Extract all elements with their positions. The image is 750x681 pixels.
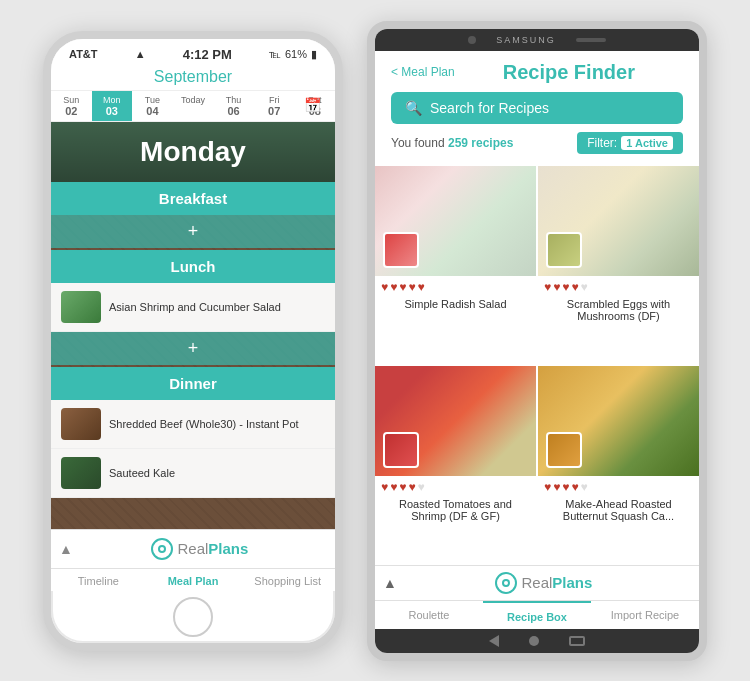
home-nav-icon[interactable] [529,636,539,646]
filter-label: Filter: [587,136,617,150]
lunch-thumb-1 [61,291,101,323]
dinner-header: Dinner [51,367,335,400]
iphone-tab-bar: Timeline Meal Plan Shopping List [51,568,335,591]
lunch-section: Lunch Asian Shrimp and Cucumber Salad + [51,250,335,365]
recipe-img-2 [538,166,699,276]
month-label: September [51,68,335,86]
samsung-device: SAMSUNG < Meal Plan Recipe Finder 🔍 Sear… [367,21,707,661]
iphone-status-bar: AT&T ▲ 4:12 PM ℡ 61% ▮ [51,39,335,66]
heart: ♥ [390,280,397,294]
tab-meal-plan[interactable]: Meal Plan [146,575,241,587]
scene: AT&T ▲ 4:12 PM ℡ 61% ▮ September 📅 Sun02… [23,1,727,681]
day-fri[interactable]: Fri07 [254,91,295,121]
tab-import-recipe[interactable]: Import Recipe [591,601,699,629]
recipe-img-1 [375,166,536,276]
lunch-item-1-text: Asian Shrimp and Cucumber Salad [109,301,281,313]
results-prefix: You found [391,136,445,150]
lunch-header: Lunch [51,250,335,283]
lunch-add-button[interactable]: + [51,332,335,365]
tab-shopping-list[interactable]: Shopping List [240,575,335,587]
heart-empty: ♥ [581,280,588,294]
iphone-device: AT&T ▲ 4:12 PM ℡ 61% ▮ September 📅 Sun02… [43,31,343,651]
recipe-thumb-4 [546,432,582,468]
heart: ♥ [553,480,560,494]
tab-roulette[interactable]: Roulette [375,601,483,629]
lunch-item-1[interactable]: Asian Shrimp and Cucumber Salad [51,283,335,332]
results-row: You found 259 recipes Filter: 1 Active [391,132,683,154]
speaker [576,38,606,42]
tab-timeline[interactable]: Timeline [51,575,146,587]
samsung-realplans: ▲ RealPlans [375,566,699,600]
back-button[interactable]: < Meal Plan [391,65,455,79]
breakfast-section: Breakfast + [51,182,335,248]
recipe-card-3[interactable]: ♥ ♥ ♥ ♥ ♥ Roasted Tomatoes and Shrimp (D… [375,366,536,565]
results-text: You found 259 recipes [391,136,513,150]
current-day: Monday [140,136,246,168]
battery-icon: ▮ [311,48,317,61]
day-today[interactable]: Today [173,91,214,121]
recipe-name-4: Make-Ahead Roasted Butternut Squash Ca..… [538,496,699,528]
day-thu[interactable]: Thu06 [213,91,254,121]
recipe-thumb-2 [546,232,582,268]
heart: ♥ [553,280,560,294]
heart: ♥ [399,480,406,494]
meal-scroll[interactable]: Breakfast + Lunch Asian Shrimp and Cucum… [51,182,335,529]
hearts-1: ♥ ♥ ♥ ♥ ♥ [375,276,536,296]
recents-nav-icon[interactable] [569,636,585,646]
tab-recipe-box[interactable]: Recipe Box [483,601,591,629]
svg-point-2 [160,547,164,551]
hearts-4: ♥ ♥ ♥ ♥ ♥ [538,476,699,496]
recipe-card-2[interactable]: ♥ ♥ ♥ ♥ ♥ Scrambled Eggs with Mushrooms … [538,166,699,365]
search-placeholder: Search for Recipes [430,100,669,116]
heart: ♥ [399,280,406,294]
recipe-card-4[interactable]: ♥ ♥ ♥ ♥ ♥ Make-Ahead Roasted Butternut S… [538,366,699,565]
day-sun[interactable]: Sun02 [51,91,92,121]
realplans-logo: ▲ RealPlans [51,530,335,568]
up-arrow-icon: ▲ [383,575,397,591]
heart: ♥ [544,280,551,294]
search-icon: 🔍 [405,100,422,116]
dinner-section: Dinner Shredded Beef (Whole30) - Instant… [51,367,335,498]
recipe-grid: ♥ ♥ ♥ ♥ ♥ Simple Radish Salad ♥ ♥ ♥ ♥ [375,166,699,565]
dinner-item-1-text: Shredded Beef (Whole30) - Instant Pot [109,418,299,430]
wifi-icon: ▲ [135,48,146,60]
recipe-img-3 [375,366,536,476]
hearts-2: ♥ ♥ ♥ ♥ ♥ [538,276,699,296]
nav-bar: < Meal Plan Recipe Finder [391,61,683,84]
page-title: Recipe Finder [455,61,683,84]
filter-button[interactable]: Filter: 1 Active [577,132,683,154]
dinner-thumb-1 [61,408,101,440]
breakfast-header: Breakfast [51,182,335,215]
calendar-icon[interactable]: 📅 [304,97,321,113]
recipe-card-1[interactable]: ♥ ♥ ♥ ♥ ♥ Simple Radish Salad [375,166,536,365]
svg-point-5 [504,581,508,585]
clock: 4:12 PM [183,47,232,62]
search-bar[interactable]: 🔍 Search for Recipes [391,92,683,124]
day-strip[interactable]: Sun02 Mon03 Tue04 Today Thu06 Fri07 Sat0… [51,90,335,122]
iphone-bottom: ▲ RealPlans Timeline Meal Plan Shopping … [51,529,335,591]
heart: ♥ [562,280,569,294]
realplans-icon [151,538,173,560]
heart: ♥ [408,280,415,294]
back-nav-icon[interactable] [489,635,499,647]
heart-empty: ♥ [581,480,588,494]
dinner-item-2[interactable]: Sauteed Kale [51,449,335,498]
day-mon[interactable]: Mon03 [92,91,133,121]
hearts-3: ♥ ♥ ♥ ♥ ♥ [375,476,536,496]
samsung-nav-bar [375,629,699,653]
carrier-text: AT&T [69,48,98,60]
heart: ♥ [381,280,388,294]
samsung-brand: SAMSUNG [496,35,556,45]
active-badge: 1 Active [621,136,673,150]
heart: ♥ [571,280,578,294]
recipe-img-4 [538,366,699,476]
recipe-thumb-3 [383,432,419,468]
day-tue[interactable]: Tue04 [132,91,173,121]
samsung-top-bar: SAMSUNG [375,29,699,51]
breakfast-add-button[interactable]: + [51,215,335,248]
iphone-home-button[interactable] [173,597,213,637]
results-count: 259 recipes [448,136,513,150]
dinner-item-1[interactable]: Shredded Beef (Whole30) - Instant Pot [51,400,335,449]
battery-text: 61% [285,48,307,60]
recipe-thumb-1 [383,232,419,268]
